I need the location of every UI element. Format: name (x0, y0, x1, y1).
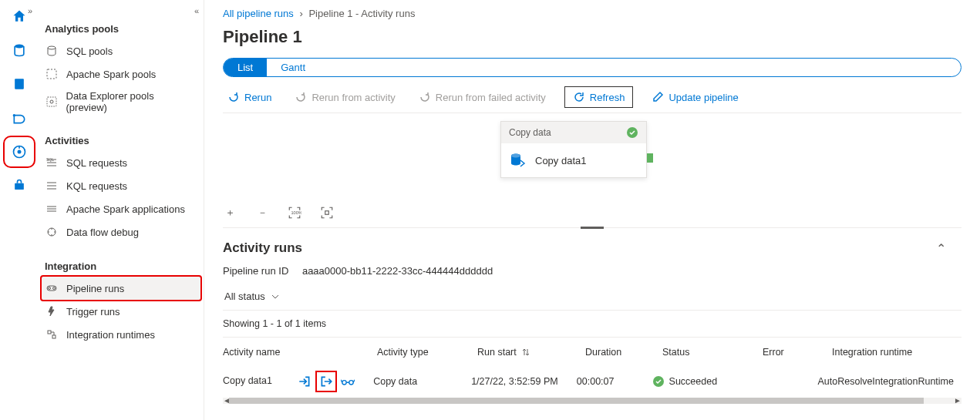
col-duration[interactable]: Duration (585, 347, 662, 358)
sidebar-header-activities: Activities (42, 132, 200, 151)
toolbar: Rerun Rerun from activity Rerun from fai… (223, 86, 961, 113)
status-success-icon (652, 375, 665, 388)
svg-text:100%: 100% (291, 210, 302, 215)
zoom-reset-icon[interactable]: 100% (288, 206, 301, 220)
collapse-sidebar-icon[interactable]: « (194, 6, 199, 15)
section-title: Activity runs (223, 240, 302, 256)
canvas-controls: ＋ － 100% (223, 198, 961, 228)
view-toggle-list[interactable]: List (224, 59, 267, 76)
sql-requests-icon: SQL (45, 156, 59, 170)
horizontal-scrollbar[interactable]: ◄ ► (223, 398, 961, 404)
details-glasses-icon[interactable] (341, 375, 355, 388)
spark-pool-icon (45, 67, 59, 81)
sidebar-item-sql-requests[interactable]: SQLSQL requests (42, 151, 200, 174)
svg-point-32 (342, 380, 346, 384)
col-activity-name[interactable]: Activity name (223, 347, 377, 358)
rail-manage-icon[interactable] (9, 176, 29, 196)
svg-rect-26 (52, 335, 56, 338)
sidebar-item-label: KQL requests (66, 180, 127, 192)
svg-rect-8 (47, 69, 56, 79)
sort-icon (521, 348, 530, 357)
rail-develop-icon[interactable] (9, 74, 29, 94)
update-pipeline-button[interactable]: Update pipeline (647, 88, 743, 106)
popup-item-name: Copy data1 (535, 155, 587, 166)
sidebar-item-integration-runtimes[interactable]: Integration runtimes (42, 323, 200, 346)
sidebar-item-label: Pipeline runs (66, 283, 124, 294)
input-icon[interactable] (298, 375, 312, 388)
col-activity-type[interactable]: Activity type (377, 347, 477, 358)
sidebar-item-label: Apache Spark pools (66, 69, 156, 80)
col-integration-runtime[interactable]: Integration runtime (832, 347, 961, 358)
col-run-start[interactable]: Run start (477, 347, 585, 358)
sidebar-item-label: Trigger runs (66, 306, 120, 318)
sidebar-item-label: SQL pools (66, 45, 113, 57)
svg-point-23 (49, 287, 51, 290)
sidebar-item-label: SQL requests (66, 157, 127, 169)
rail-data-icon[interactable] (9, 40, 29, 60)
icon-rail: » (0, 0, 39, 420)
sidebar-header-integration: Integration (42, 257, 200, 277)
svg-text:SQL: SQL (46, 157, 54, 162)
sidebar-item-label: Apache Spark applications (66, 203, 185, 215)
expand-rail-icon[interactable]: » (28, 6, 32, 15)
view-toggle: List Gantt (223, 58, 961, 77)
svg-rect-25 (48, 331, 51, 334)
col-error[interactable]: Error (763, 347, 832, 358)
rerun-button[interactable]: Rerun (223, 88, 276, 106)
svg-point-7 (48, 46, 56, 49)
rerun-from-activity-button: Rerun from activity (290, 88, 399, 106)
integration-runtimes-icon (45, 328, 59, 341)
trigger-runs-icon (45, 304, 59, 318)
view-toggle-gantt[interactable]: Gantt (267, 59, 319, 76)
zoom-fit-icon[interactable] (320, 206, 334, 220)
resize-grip[interactable] (581, 227, 604, 229)
svg-point-4 (18, 150, 22, 154)
sidebar-item-data-explorer-pools[interactable]: Data Explorer pools (preview) (42, 86, 200, 118)
runid-value: aaaa0000-bb11-2222-33cc-444444dddddd (302, 265, 493, 277)
status-filter-dropdown[interactable]: All status (223, 287, 961, 311)
svg-rect-9 (47, 97, 56, 106)
cell-integration-runtime: AutoResolveIntegrationRuntime (817, 376, 961, 387)
connector-stub (647, 153, 653, 163)
sidebar-item-spark-pools[interactable]: Apache Spark pools (42, 62, 200, 86)
spark-apps-icon (45, 202, 59, 216)
zoom-in-icon[interactable]: ＋ (223, 206, 237, 220)
svg-point-0 (15, 45, 24, 49)
zoom-out-icon[interactable]: － (255, 206, 269, 220)
sidebar-item-kql-requests[interactable]: KQL requests (42, 174, 200, 197)
refresh-button[interactable]: Refresh (564, 86, 634, 108)
cell-duration: 00:00:07 (577, 376, 652, 387)
sidebar-item-sql-pools[interactable]: SQL pools (42, 39, 200, 62)
rail-integrate-icon[interactable] (9, 108, 29, 128)
svg-point-24 (53, 287, 56, 290)
sidebar-item-trigger-runs[interactable]: Trigger runs (42, 300, 200, 323)
rail-home-icon[interactable] (9, 6, 29, 26)
rerun-from-failed-button: Rerun from failed activity (414, 88, 551, 106)
rail-monitor-icon[interactable] (9, 142, 29, 162)
svg-point-29 (511, 154, 520, 158)
pipeline-canvas: Copy data Copy data1 (223, 121, 961, 198)
cell-run-start: 1/27/22, 3:52:59 PM (471, 376, 577, 387)
cell-activity-name: Copy data1 (223, 375, 272, 386)
table-row[interactable]: Copy data1 Copy data 1/27/22, 3:52:59 PM… (223, 367, 961, 398)
breadcrumb: All pipeline runs › Pipeline 1 - Activit… (223, 8, 961, 19)
sidebar-item-label: Integration runtimes (66, 329, 155, 341)
svg-rect-6 (15, 183, 24, 190)
copy-data-icon (509, 151, 527, 170)
activity-popup[interactable]: Copy data Copy data1 (500, 121, 647, 178)
output-icon[interactable] (319, 375, 333, 388)
breadcrumb-separator: › (299, 8, 302, 19)
sidebar-item-spark-apps[interactable]: Apache Spark applications (42, 197, 200, 220)
breadcrumb-root[interactable]: All pipeline runs (223, 8, 294, 19)
sidebar-item-label: Data flow debug (66, 227, 139, 238)
collapse-section-icon[interactable]: ⌃ (936, 241, 946, 256)
col-status[interactable]: Status (662, 347, 763, 358)
svg-point-10 (50, 100, 53, 103)
sidebar-item-dataflow-debug[interactable]: Data flow debug (42, 220, 200, 244)
cell-status: Succeeded (669, 376, 718, 387)
table-header: Activity name Activity type Run start Du… (223, 338, 961, 367)
sidebar-item-label: Data Explorer pools (preview) (66, 90, 195, 113)
sidebar-item-pipeline-runs[interactable]: Pipeline runs (42, 277, 200, 300)
data-explorer-icon (45, 95, 59, 109)
breadcrumb-current: Pipeline 1 - Activity runs (308, 8, 415, 19)
